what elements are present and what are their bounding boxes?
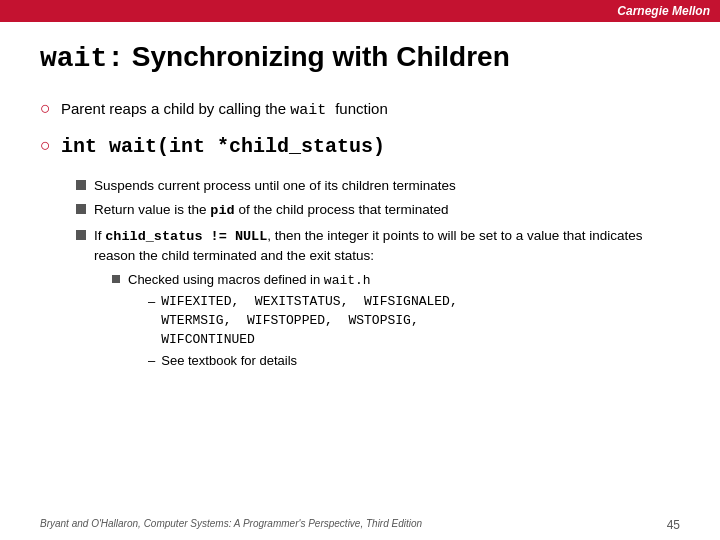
deep-dash-1: – bbox=[148, 293, 155, 311]
sub-bullet-2-text: Return value is the pid of the child pro… bbox=[94, 200, 449, 221]
sub-bullet-3-marker bbox=[76, 230, 86, 240]
deep-bullet-2: – See textbook for details bbox=[148, 352, 458, 371]
deep-dash-2: – bbox=[148, 352, 155, 370]
deep-bullet-2-text: See textbook for details bbox=[161, 352, 297, 371]
slide-content: wait: Synchronizing with Children ○ Pare… bbox=[0, 22, 720, 405]
bullet-1-text: Parent reaps a child by calling the wait… bbox=[61, 98, 388, 121]
deep-bullet-1-text: WIFEXITED, WEXITSTATUS, WIFSIGNALED,WTER… bbox=[161, 293, 457, 350]
bullet-2-marker: ○ bbox=[40, 135, 51, 156]
cmu-header-bar: Carnegie Mellon bbox=[0, 0, 720, 22]
sub-bullet-1: Suspends current process until one of it… bbox=[76, 176, 680, 196]
bullet-1: ○ Parent reaps a child by calling the wa… bbox=[40, 98, 680, 121]
slide-title-mono: wait: bbox=[40, 43, 124, 74]
sub-bullet-3: If child_status != NULL, then the intege… bbox=[76, 226, 680, 377]
bullet-1-marker: ○ bbox=[40, 98, 51, 119]
footer-citation: Bryant and O'Hallaron, Computer Systems:… bbox=[40, 518, 422, 532]
sub-bullet-3-text: If child_status != NULL, then the intege… bbox=[94, 226, 680, 377]
sub-bullets-container: Suspends current process until one of it… bbox=[76, 176, 680, 382]
bullet-2: ○ int wait(int *child_status) Suspends c… bbox=[40, 135, 680, 382]
slide-footer: Bryant and O'Hallaron, Computer Systems:… bbox=[0, 518, 720, 532]
nested-bullet-1-marker bbox=[112, 275, 120, 283]
deep-bullets-container: – WIFEXITED, WEXITSTATUS, WIFSIGNALED,WT… bbox=[148, 293, 458, 370]
function-signature: int wait(int *child_status) bbox=[61, 135, 385, 158]
slide-title-rest: Synchronizing with Children bbox=[124, 41, 510, 72]
nested-bullets-container: Checked using macros defined in wait.h –… bbox=[112, 271, 680, 373]
nested-bullet-1: Checked using macros defined in wait.h –… bbox=[112, 271, 680, 373]
footer-page-number: 45 bbox=[667, 518, 680, 532]
sub-bullet-1-text: Suspends current process until one of it… bbox=[94, 176, 456, 196]
cmu-logo: Carnegie Mellon bbox=[617, 4, 710, 18]
nested-bullet-1-text: Checked using macros defined in wait.h –… bbox=[128, 271, 458, 373]
sub-bullet-1-marker bbox=[76, 180, 86, 190]
sub-bullet-2: Return value is the pid of the child pro… bbox=[76, 200, 680, 221]
sub-bullet-2-marker bbox=[76, 204, 86, 214]
deep-bullet-1: – WIFEXITED, WEXITSTATUS, WIFSIGNALED,WT… bbox=[148, 293, 458, 350]
slide-title: wait: Synchronizing with Children bbox=[40, 40, 680, 76]
